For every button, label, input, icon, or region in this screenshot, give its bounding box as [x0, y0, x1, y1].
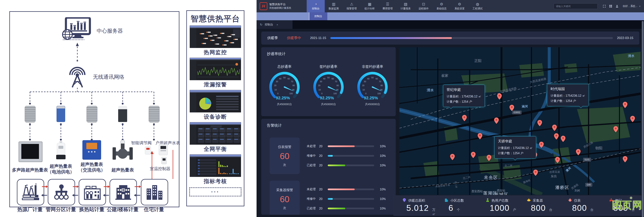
map-pin[interactable]: [497, 93, 502, 100]
map-pin[interactable]: [623, 156, 628, 162]
residential-box: [141, 179, 168, 205]
gauge-name: 签约抄通率: [320, 64, 337, 69]
svg-text:30: 30: [276, 80, 278, 83]
nav-item-system-settings[interactable]: ⚙ 系统设置: [450, 0, 468, 12]
nav-item-alarm-management[interactable]: ⚠ 报警管理: [343, 0, 361, 12]
apps-grid-icon[interactable]: [609, 5, 612, 8]
city-map[interactable]: 正阳崔家渭水渭水大西高速铁路郑西高速铁路涵河潘河朝阳西临公路连霍高速东坊潘桥区西…: [400, 47, 641, 195]
module-caption: 指标考核: [204, 178, 227, 185]
fullscreen-icon[interactable]: [603, 5, 606, 8]
table-icon: ▦: [368, 2, 372, 6]
gauge-name: 总抄通率: [277, 64, 292, 69]
svg-text:20: 20: [362, 84, 364, 87]
map-pin[interactable]: [450, 154, 455, 160]
nav-menu: ◔ 控制台▥ 数据监测⚠ 报警管理▦ 统计分析☰ 费用管理▧ 计量报表⊡ 远程操…: [307, 0, 486, 12]
stat-value: 800: [572, 203, 587, 213]
dashboard: H 智慧供热平台 供热物联网计量系统 ◔ 控制台▥ 数据监测⚠ 报警管理▦ 统计…: [256, 0, 644, 217]
close-icon[interactable]: ×: [276, 23, 278, 26]
map-pin[interactable]: [561, 136, 566, 142]
app-logo: H 智慧供热平台 供热物联网计量系统: [256, 0, 307, 12]
meter-label: （电池供电）: [45, 169, 77, 175]
gauge-chart: 010203040506070809010092.25%: [352, 69, 392, 103]
module-pie: 设备诊断: [190, 90, 241, 121]
map-pin[interactable]: [554, 133, 559, 140]
monitor-icon: ⊡: [422, 2, 425, 6]
collector-device: [56, 106, 65, 122]
building-icon: [444, 198, 448, 203]
alarm-bar-fill: [328, 145, 355, 147]
nav-item-engineering-debug[interactable]: ◍ 工程调试: [468, 0, 486, 12]
factory-icon: [21, 183, 40, 201]
subnav-tab-console[interactable]: 控制台: [309, 12, 327, 20]
svg-text:100: 100: [333, 92, 337, 95]
svg-text:0: 0: [277, 92, 278, 95]
alert-icon: ⚠: [350, 2, 353, 6]
stat-unit: 个: [457, 208, 460, 212]
valve-label: 智能调节阀: [131, 140, 152, 146]
gauge-value: 92.25%: [364, 96, 378, 100]
alarm-row-pct: 10%: [380, 145, 386, 148]
nav-item-basic-info[interactable]: ⚙ 基础信息: [432, 0, 450, 12]
map-pin[interactable]: [537, 120, 542, 126]
supply-arrow: [73, 186, 77, 187]
user-icon[interactable]: [616, 5, 618, 8]
community-name: 世纪华庭: [446, 87, 481, 92]
page-tab-console[interactable]: ↻ 控制台 ×: [256, 20, 292, 29]
alarm-row: 未处理 20 10%: [307, 187, 390, 191]
scrollbar[interactable]: [642, 21, 644, 217]
nav-item-statistics-analysis[interactable]: ▦ 统计分析: [361, 0, 379, 12]
nav-item-fee-management[interactable]: ☰ 费用管理: [379, 0, 396, 12]
map-pin[interactable]: [555, 157, 560, 163]
map-pin[interactable]: [494, 117, 499, 124]
map-pin[interactable]: [630, 116, 635, 122]
nav-item-data-monitoring[interactable]: ▥ 数据监测: [325, 0, 343, 12]
app-title: 智慧供热平台: [269, 3, 291, 6]
branch-connector: [0, 86, 184, 105]
map-pin[interactable]: [533, 170, 538, 176]
nav-item-remote-operation[interactable]: ⊡ 远程操作: [414, 0, 432, 12]
map-pin[interactable]: [552, 125, 557, 131]
svg-text:20: 20: [274, 84, 276, 87]
stat-label: 供暖总面积: [408, 198, 425, 203]
alarm-row-value: 20: [319, 164, 328, 167]
alarm-card-count: 60: [280, 194, 289, 204]
supply-arrow: [42, 186, 46, 187]
more-label: ···: [211, 189, 220, 195]
gauge-total: 共450000台: [321, 103, 336, 106]
module-grid: 全网平衡: [190, 122, 241, 153]
season-progress-track: [330, 37, 613, 39]
svg-text:60: 60: [332, 78, 334, 80]
stat-heating-area: 供暖总面积 5.012 万㎡: [393, 195, 436, 216]
map-pin[interactable]: [509, 105, 514, 111]
refresh-icon[interactable]: ↻: [260, 23, 262, 27]
station-icon: [83, 183, 102, 201]
person-icon: [486, 198, 490, 203]
map-pin[interactable]: [486, 155, 492, 161]
nav-item-metering-reports[interactable]: ▧ 计量报表: [396, 0, 414, 12]
read-rate-title: 抄通率统计: [261, 47, 396, 56]
search-input[interactable]: [554, 3, 598, 9]
metering-area: 计量面积：1754236.12 ㎡: [550, 93, 585, 98]
metering-households: 计量户数：1254 户: [498, 151, 532, 156]
map-pin[interactable]: [623, 102, 628, 108]
page-tab-strip: ↻ 控制台 ×: [256, 20, 644, 29]
road-badge: S101: [583, 158, 591, 161]
ultrasonic-heat-meter: [112, 139, 134, 161]
map-pin[interactable]: [462, 115, 467, 121]
season-status: 供暖季中: [287, 36, 301, 41]
alarm-row-pct: 10%: [380, 154, 386, 158]
map-pin[interactable]: [613, 126, 618, 132]
svg-text:70: 70: [379, 80, 381, 83]
map-pin[interactable]: [576, 149, 581, 155]
building-label: 热源厂计量: [14, 206, 46, 213]
map-pin[interactable]: [471, 152, 476, 158]
top-nav: H 智慧供热平台 供热物联网计量系统 ◔ 控制台▥ 数据监测⚠ 报警管理▦ 统计…: [256, 0, 644, 12]
alarm-card-name: 仪表报警: [278, 145, 292, 149]
return-arrow: [105, 195, 109, 196]
user-menu[interactable]: 你好，系统... ∨: [623, 0, 641, 12]
map-pin[interactable]: [478, 133, 482, 139]
gauge-row: 总抄通率 010203040506070809010092.25%共450000…: [261, 56, 396, 106]
svg-text:50: 50: [283, 76, 286, 79]
nav-item-console[interactable]: ◔ 控制台: [307, 0, 325, 12]
map-pin[interactable]: [539, 142, 544, 148]
